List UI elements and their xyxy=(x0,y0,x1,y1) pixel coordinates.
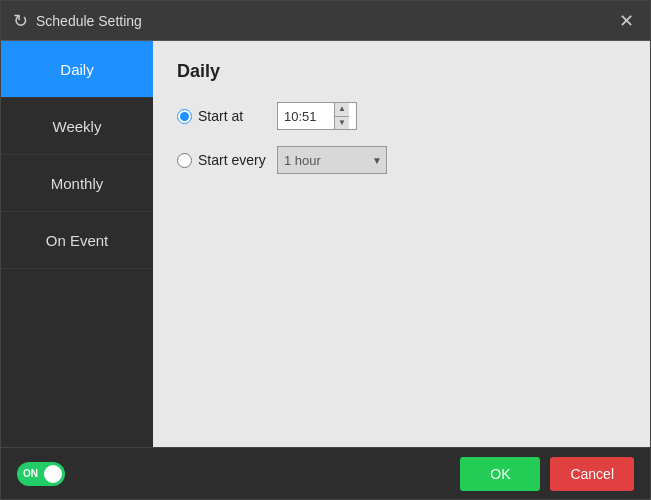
on-off-toggle[interactable]: ON xyxy=(17,462,65,486)
sidebar-item-monthly-label: Monthly xyxy=(51,175,104,192)
interval-select-wrapper: 1 hour 2 hours 4 hours 6 hours 12 hours … xyxy=(277,146,387,174)
bottom-bar: ON OK Cancel xyxy=(1,447,650,499)
time-up-button[interactable]: ▲ xyxy=(335,103,349,117)
refresh-icon: ↻ xyxy=(13,10,28,32)
schedule-dialog: ↻ Schedule Setting ✕ Daily Weekly Monthl… xyxy=(0,0,651,500)
start-every-text: Start every xyxy=(198,152,266,168)
sidebar-item-weekly[interactable]: Weekly xyxy=(1,98,153,155)
dialog-title: Schedule Setting xyxy=(36,13,615,29)
time-down-button[interactable]: ▼ xyxy=(335,117,349,130)
start-at-text: Start at xyxy=(198,108,243,124)
toggle-label: ON xyxy=(23,468,38,479)
title-bar: ↻ Schedule Setting ✕ xyxy=(1,1,650,41)
panel-title: Daily xyxy=(177,61,626,82)
cancel-button[interactable]: Cancel xyxy=(550,457,634,491)
spin-buttons: ▲ ▼ xyxy=(334,103,349,129)
main-panel: Daily Start at ▲ ▼ xyxy=(153,41,650,447)
sidebar-item-on-event[interactable]: On Event xyxy=(1,212,153,269)
start-at-row: Start at ▲ ▼ xyxy=(177,102,626,130)
sidebar-item-monthly[interactable]: Monthly xyxy=(1,155,153,212)
start-every-label[interactable]: Start every xyxy=(177,152,267,168)
close-button[interactable]: ✕ xyxy=(615,10,638,32)
start-at-radio[interactable] xyxy=(177,109,192,124)
sidebar-item-weekly-label: Weekly xyxy=(53,118,102,135)
sidebar-item-daily-label: Daily xyxy=(60,61,93,78)
time-input-wrapper: ▲ ▼ xyxy=(277,102,357,130)
toggle-knob xyxy=(44,465,62,483)
start-every-radio[interactable] xyxy=(177,153,192,168)
sidebar: Daily Weekly Monthly On Event xyxy=(1,41,153,447)
sidebar-item-daily[interactable]: Daily xyxy=(1,41,153,98)
sidebar-item-on-event-label: On Event xyxy=(46,232,109,249)
interval-select[interactable]: 1 hour 2 hours 4 hours 6 hours 12 hours xyxy=(277,146,387,174)
start-at-label[interactable]: Start at xyxy=(177,108,267,124)
ok-button[interactable]: OK xyxy=(460,457,540,491)
toggle-container: ON xyxy=(17,462,65,486)
content-area: Daily Weekly Monthly On Event Daily Star… xyxy=(1,41,650,447)
start-every-row: Start every 1 hour 2 hours 4 hours 6 hou… xyxy=(177,146,626,174)
time-input[interactable] xyxy=(278,103,334,129)
